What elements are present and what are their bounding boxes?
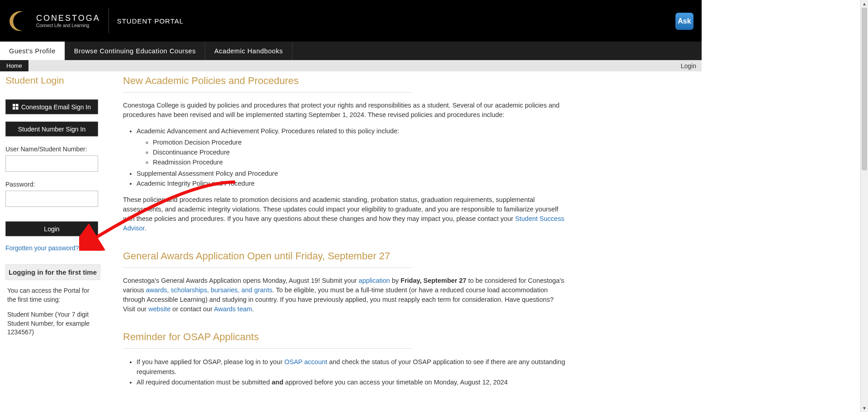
section-osap-title: Reminder for OSAP Applicants bbox=[123, 331, 566, 343]
awards-website-link[interactable]: website bbox=[148, 305, 170, 313]
password-input[interactable] bbox=[5, 191, 98, 207]
username-label: User Name/Student Number: bbox=[5, 145, 100, 153]
nav-sub: Home Login bbox=[0, 60, 702, 71]
nav-main: Guest's Profile Browse Continuing Educat… bbox=[0, 42, 702, 60]
list-item: Academic Integrity Policy and Procedure bbox=[137, 178, 566, 188]
email-signin-label: Conestoga Email Sign In bbox=[21, 103, 91, 111]
awards-para: Conestoga's General Awards Application o… bbox=[123, 276, 566, 314]
email-signin-button[interactable]: Conestoga Email Sign In bbox=[5, 99, 98, 114]
application-link[interactable]: application bbox=[359, 277, 390, 284]
list-item: All required documentation must be submi… bbox=[137, 377, 566, 387]
svg-rect-1 bbox=[16, 104, 19, 107]
sidebar: Student Login Conestoga Email Sign In St… bbox=[5, 75, 100, 393]
windows-icon bbox=[13, 104, 19, 110]
svg-rect-2 bbox=[13, 107, 15, 110]
policies-intro: Conestoga College is guided by policies … bbox=[123, 101, 566, 120]
scroll-track[interactable] bbox=[861, 8, 868, 404]
first-time-text-2: Student Number (Your 7 digit Student Num… bbox=[5, 310, 100, 337]
svg-rect-3 bbox=[16, 107, 19, 110]
scroll-down-icon[interactable]: ▼ bbox=[861, 404, 868, 407]
login-button-label: Login bbox=[44, 225, 59, 233]
login-button[interactable]: Login bbox=[5, 221, 98, 236]
list-item: Discontinuance Procedure bbox=[153, 147, 566, 157]
brand-logo-icon bbox=[5, 7, 32, 34]
tab-continuing-ed[interactable]: Browse Continuing Education Courses bbox=[65, 42, 205, 60]
number-signin-button[interactable]: Student Number Sign In bbox=[5, 122, 98, 136]
tab-handbooks[interactable]: Academic Handbooks bbox=[205, 42, 292, 60]
header: CONESTOGA Connect Life and Learning STUD… bbox=[0, 0, 702, 42]
portal-title: STUDENT PORTAL bbox=[117, 17, 184, 25]
sidebar-title: Student Login bbox=[5, 75, 100, 86]
divider bbox=[123, 92, 412, 93]
header-divider bbox=[108, 8, 109, 33]
svg-rect-0 bbox=[13, 104, 15, 107]
awards-list-link[interactable]: awards, scholarships, bursaries, and gra… bbox=[146, 286, 273, 294]
section-awards-title: General Awards Application Open until Fr… bbox=[123, 250, 566, 262]
main-content: New Academic Policies and Procedures Con… bbox=[123, 75, 566, 393]
scrollbar[interactable]: ▲ ▼ bbox=[860, 0, 868, 407]
section-policies-title: New Academic Policies and Procedures bbox=[123, 75, 566, 87]
policies-outro: These policies and procedures relate to … bbox=[123, 195, 566, 233]
scroll-thumb[interactable] bbox=[862, 8, 867, 170]
list-item: If you have applied for OSAP, please log… bbox=[137, 357, 566, 377]
forgot-password-link[interactable]: Forgotten your password? bbox=[5, 244, 100, 252]
brand-tagline: Connect Life and Learning bbox=[36, 23, 100, 28]
first-time-heading: Logging in for the first time bbox=[5, 264, 100, 280]
brand-name: CONESTOGA bbox=[36, 14, 100, 23]
password-label: Password: bbox=[5, 181, 100, 188]
awards-team-link[interactable]: Awards team bbox=[214, 305, 252, 313]
username-input[interactable] bbox=[5, 155, 98, 172]
first-time-text-1: You can access the Portal for the first … bbox=[5, 286, 100, 304]
list-item: Readmission Procedure bbox=[153, 157, 566, 167]
list-item: Academic Advancement and Achievement Pol… bbox=[137, 126, 566, 168]
scroll-up-icon[interactable]: ▲ bbox=[861, 0, 868, 8]
list-item: Promotion Decision Procedure bbox=[153, 137, 566, 147]
list-item: Supplemental Assessment Policy and Proce… bbox=[137, 169, 566, 178]
ask-button[interactable]: Ask bbox=[675, 13, 693, 30]
number-signin-label: Student Number Sign In bbox=[18, 126, 85, 133]
tab-guest-profile[interactable]: Guest's Profile bbox=[0, 42, 65, 60]
osap-account-link[interactable]: OSAP account bbox=[284, 358, 327, 365]
login-link[interactable]: Login bbox=[681, 60, 696, 71]
divider bbox=[123, 348, 412, 349]
subtab-home[interactable]: Home bbox=[0, 60, 28, 71]
divider bbox=[123, 267, 412, 268]
